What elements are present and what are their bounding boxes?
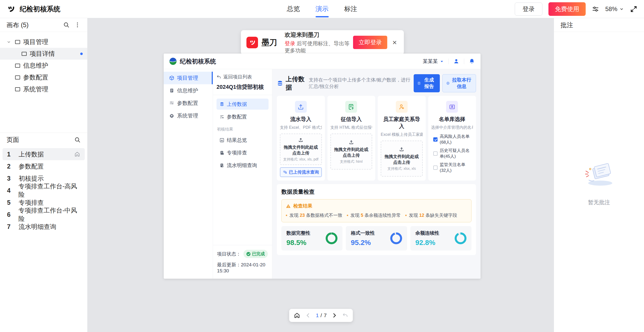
tab-overview[interactable]: 总览 — [286, 1, 300, 17]
home-icon[interactable] — [294, 312, 300, 319]
upload-card-family: 员工家庭关系导入 Excel 模板上传员工家庭关系信息 拖拽文件到此处或点击上传… — [378, 96, 426, 181]
dropzone-credit[interactable]: 拖拽文件到此处或点击上传 支持格式: html — [330, 134, 372, 170]
back-to-project-list[interactable]: 返回项目列表 — [217, 74, 269, 80]
tab-annotate[interactable]: 标注 — [344, 1, 358, 17]
upload-tray-icon — [399, 147, 404, 152]
option-regulator-watch[interactable]: 监管关注名单(32人) — [433, 162, 471, 173]
banner-login-link[interactable]: 登录 — [285, 40, 295, 46]
uploaded-flow-query-button[interactable]: 已上传流水查询 — [280, 167, 322, 177]
page-label: 参数配置 — [19, 162, 44, 171]
metric-balance-continuity: 余额连续性 92.8% — [410, 226, 471, 251]
project-status-block: 项目状态： 已完成 最后更新：2024-01-20 15:30 — [213, 245, 272, 279]
list-select-card: 名单库选择 选择中介库管理内的名单 高风险人员名单(68人) 历史可疑人员名单(… — [428, 96, 476, 181]
pages-search-icon[interactable] — [74, 137, 81, 143]
chevron-down-icon[interactable] — [7, 40, 12, 44]
restart-icon[interactable] — [342, 312, 348, 318]
option-high-risk[interactable]: 高风险人员名单(68人) — [433, 134, 471, 145]
tree-item-system-management[interactable]: 系统管理 — [0, 83, 87, 95]
side-item-parameter-config[interactable]: 参数配置 — [217, 111, 269, 122]
page-number: 1 — [7, 151, 12, 158]
login-button[interactable]: 登录 — [515, 3, 542, 16]
canvas-pages-panel: 画布 (5) — [0, 18, 88, 332]
user-name: 某某某 — [423, 58, 438, 65]
side-item-result-overview[interactable]: 结果总览 — [217, 135, 269, 146]
user-dropdown[interactable]: 某某某 — [423, 58, 444, 65]
document-icon — [169, 88, 174, 93]
page-number: 4 — [7, 187, 11, 194]
side-item-upload-data[interactable]: 上传数据 — [217, 99, 269, 110]
page-item[interactable]: 1 上传数据 — [3, 148, 85, 160]
fetch-bank-info-button[interactable]: 拉取本行信息 — [442, 74, 476, 92]
generate-report-button[interactable]: 生成报告 — [414, 74, 440, 92]
page-item[interactable]: 2 参数配置 — [3, 160, 85, 172]
metric-format-consistency: 格式一致性 95.2% — [346, 226, 407, 251]
project-title: 2024Q1信贷部初核 — [217, 83, 269, 91]
checkbox[interactable] — [433, 137, 438, 142]
presentation-pager: 1 / 7 — [289, 309, 353, 322]
page-number: 5 — [7, 199, 12, 206]
dropzone-family[interactable]: 拖拽文件到此处或点击上传 支持格式: xlsx, xls — [381, 141, 423, 177]
nav-label: 项目管理 — [177, 74, 198, 81]
tree-item-label: 信息维护 — [23, 61, 48, 70]
checkbox[interactable] — [433, 165, 438, 170]
zoom-control[interactable]: 58% — [605, 6, 624, 13]
home-page-icon — [74, 151, 80, 157]
status-badge: 已完成 — [243, 250, 268, 258]
list-options: 高风险人员名单(68人) 历史可疑人员名单(45人) 监管关注名单(32人) — [431, 134, 473, 173]
bell-icon[interactable] — [469, 58, 475, 64]
gear-icon — [169, 113, 174, 118]
tree-item-parameter-config[interactable]: 参数配置 — [0, 71, 87, 83]
donut-chart — [326, 232, 337, 244]
frame-icon — [15, 87, 20, 91]
login-now-button[interactable]: 立即登录 — [353, 36, 387, 49]
nav-item-system-management[interactable]: 系统管理 — [164, 109, 213, 122]
tree-item-label: 系统管理 — [23, 85, 48, 93]
close-icon[interactable]: × — [391, 38, 398, 47]
dropzone-flow[interactable]: 拖拽文件到此处或点击上传 支持格式: xlsx, xls, pdf — [280, 134, 322, 165]
mockup-project-sidebar: 返回项目列表 2024Q1信贷部初核 上传数据 — [213, 69, 272, 279]
mockup-main-content: 上传数据 支持在一个项目中上传多个主体/账户数据，进行汇总/独立分析 生成报告 … — [272, 69, 481, 279]
modao-brand-icon — [246, 37, 258, 48]
side-item-label: 参数配置 — [227, 113, 247, 120]
page-item[interactable]: 6 专项排查工作台-中风险 — [3, 209, 85, 221]
document-upload-icon — [345, 101, 357, 113]
check-icon — [246, 252, 250, 256]
document-search-icon — [220, 163, 224, 168]
tab-present[interactable]: 演示 — [315, 1, 329, 17]
page-label: 流水明细查询 — [19, 223, 56, 231]
check-result-box: 检查结果 •发现 23 条数据格式不一致 •发现 5 条余额连续性异常 •发现 … — [281, 199, 471, 222]
card-title: 流水导入 — [280, 116, 322, 123]
checkbox[interactable] — [433, 151, 438, 156]
tree-item-project-management[interactable]: 项目管理 — [0, 36, 87, 48]
nav-item-parameter-config[interactable]: 参数配置 — [164, 97, 213, 109]
canvas-search-icon[interactable] — [63, 22, 70, 28]
page-indicator: 1 / 7 — [316, 312, 327, 318]
nav-item-project-management[interactable]: 项目管理 — [164, 72, 213, 84]
nav-item-info-maintenance[interactable]: 信息维护 — [164, 84, 213, 97]
side-item-special-check[interactable]: 专项排查 — [217, 147, 269, 158]
next-page-icon[interactable] — [331, 312, 337, 318]
tree-item-info-maintenance[interactable]: 信息维护 — [0, 60, 87, 71]
side-item-label: 流水明细查询 — [227, 162, 257, 169]
canvas-more-icon[interactable] — [74, 22, 81, 28]
person-arrow-icon — [396, 101, 408, 113]
toolbar-actions: 登录 免费使用 58% — [515, 2, 637, 16]
tree-item-project-detail[interactable]: 项目详情 — [0, 48, 87, 60]
prev-page-icon[interactable] — [305, 312, 311, 318]
nav-label: 参数配置 — [177, 100, 198, 107]
sliders-icon — [169, 101, 174, 106]
side-item-flow-detail-query[interactable]: 流水明细查询 — [217, 160, 269, 171]
list-search-icon — [283, 170, 287, 174]
option-history-suspect[interactable]: 历史可疑人员名单(45人) — [433, 148, 471, 159]
settings-sliders-icon[interactable] — [592, 5, 599, 13]
sliders-gear-icon — [220, 114, 224, 119]
cube-icon — [169, 75, 174, 80]
frame-icon — [22, 52, 27, 56]
fullscreen-icon[interactable] — [630, 5, 637, 13]
page-item[interactable]: 4 专项排查工作台-高风险 — [3, 184, 85, 196]
free-use-button[interactable]: 免费使用 — [548, 2, 586, 16]
mode-tabs: 总览 演示 标注 — [286, 1, 358, 17]
user-icon[interactable] — [453, 58, 459, 64]
nav-label: 信息维护 — [177, 87, 198, 94]
card-desc: Excel 模板上传员工家庭关系信息 — [381, 132, 423, 137]
